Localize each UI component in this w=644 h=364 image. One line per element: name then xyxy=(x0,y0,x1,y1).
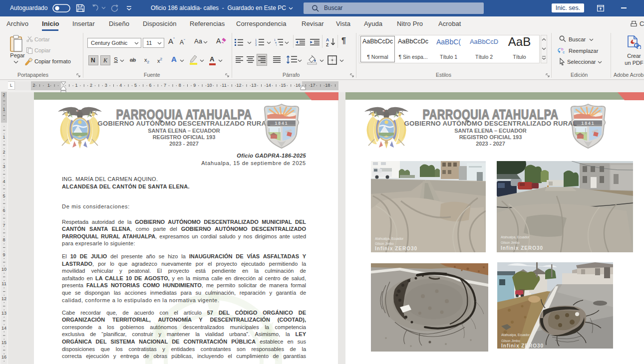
svg-text:Infinix ZERO30: Infinix ZERO30 xyxy=(375,246,417,251)
svg-text:Gilson Jimbo: Gilson Jimbo xyxy=(501,339,520,343)
svg-text:A: A xyxy=(326,37,329,42)
svg-text:Gilson Jimbo: Gilson Jimbo xyxy=(375,242,394,245)
svg-text:Gilson Jimbo: Gilson Jimbo xyxy=(501,241,520,244)
svg-text:Atahualpa, Ecuador: Atahualpa, Ecuador xyxy=(501,235,530,239)
svg-text:c: c xyxy=(563,50,565,54)
svg-text:3: 3 xyxy=(255,43,257,46)
svg-text:i: i xyxy=(276,43,277,46)
svg-text:Infinix ZERO30: Infinix ZERO30 xyxy=(501,245,543,251)
svg-text:Atahualpa, Ecuador: Atahualpa, Ecuador xyxy=(501,333,530,337)
svg-text:1841: 1841 xyxy=(275,121,289,126)
svg-text:Infinix ZERO30: Infinix ZERO30 xyxy=(501,343,544,349)
svg-text:Atahualpa, Ecuador: Atahualpa, Ecuador xyxy=(375,237,404,241)
svg-text:Z: Z xyxy=(326,42,328,47)
